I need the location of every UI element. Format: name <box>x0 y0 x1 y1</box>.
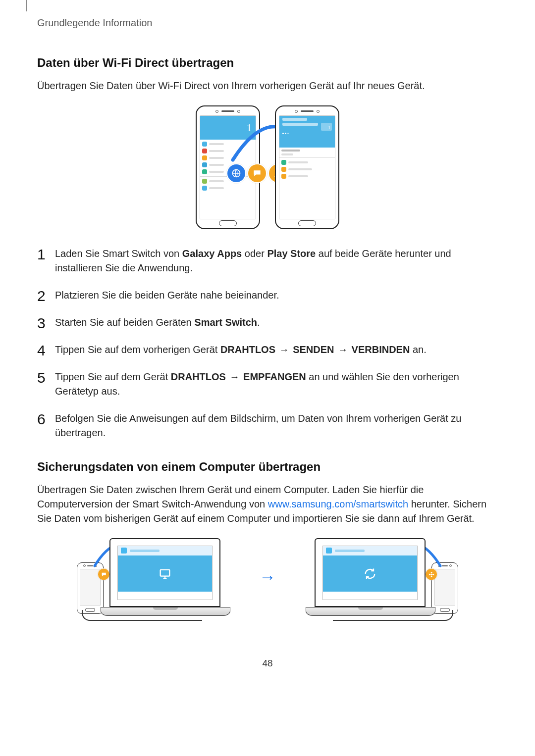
step6-text: Befolgen Sie die Anweisungen auf dem Bil… <box>55 413 461 438</box>
step4-bold3: VERBINDEN <box>352 344 410 355</box>
step3-suffix: . <box>257 317 260 328</box>
step1-mid1: oder <box>242 248 267 259</box>
step3-prefix: Starten Sie auf beiden Geräten <box>55 317 194 328</box>
smartswitch-link[interactable]: www.samsung.com/smartswitch <box>268 499 408 509</box>
section2-lead: Übertragen Sie Daten zwischen Ihrem Gerä… <box>37 483 498 526</box>
monitor-icon <box>158 567 172 581</box>
figure-wifi-direct: 1 <box>37 105 498 229</box>
laptop-right <box>306 538 434 616</box>
section1-title: Daten über Wi-Fi Direct übertragen <box>37 56 498 70</box>
step4-bold2: SENDEN <box>293 344 334 355</box>
section2-title: Sicherungsdaten von einem Computer übert… <box>37 460 498 474</box>
step-3: Starten Sie auf beiden Geräten Smart Swi… <box>37 315 498 330</box>
laptop-group-restore <box>306 538 458 616</box>
step1-bold2: Play Store <box>267 248 316 259</box>
sync-icon <box>363 567 377 581</box>
step4-suffix: an. <box>410 344 426 355</box>
step5-bold2: EMPFANGEN <box>243 371 306 382</box>
step3-bold1: Smart Switch <box>194 317 257 328</box>
step4-arrow2: → <box>335 344 350 355</box>
step4-bold1: DRAHTLOS <box>220 344 275 355</box>
step5-prefix: Tippen Sie auf dem Gerät <box>55 371 171 382</box>
step-2: Platzieren Sie die beiden Geräte nahe be… <box>37 288 498 302</box>
step-1: Laden Sie Smart Switch von Galaxy Apps o… <box>37 247 498 275</box>
step2-text: Platzieren Sie die beiden Geräte nahe be… <box>55 290 279 301</box>
step4-prefix: Tippen Sie auf dem vorherigen Gerät <box>55 344 220 355</box>
step5-bold1: DRAHTLOS <box>171 371 226 382</box>
step-5: Tippen Sie auf dem Gerät DRAHTLOS → EMPF… <box>37 370 498 399</box>
step-6: Befolgen Sie die Anweisungen auf dem Bil… <box>37 411 498 440</box>
step-4: Tippen Sie auf dem vorherigen Gerät DRAH… <box>37 343 498 357</box>
breadcrumb: Grundlegende Information <box>37 17 498 29</box>
steps-list: Laden Sie Smart Switch von Galaxy Apps o… <box>37 247 498 440</box>
step1-bold1: Galaxy Apps <box>182 248 242 259</box>
step1-prefix: Laden Sie Smart Switch von <box>55 248 182 259</box>
svg-rect-15 <box>160 569 170 576</box>
laptop-group-backup <box>77 538 229 616</box>
page-number: 48 <box>37 658 498 669</box>
figure-computer-transfer: → <box>37 538 498 616</box>
step5-arrow: → <box>227 371 242 382</box>
phone-new-device: 1 <box>275 105 339 229</box>
mid-arrow-icon: → <box>259 567 276 587</box>
step4-arrow1: → <box>276 344 292 355</box>
globe-icon <box>226 163 246 183</box>
phone-left-number: 1 <box>247 122 252 134</box>
section1-lead: Übertragen Sie Daten über Wi-Fi Direct v… <box>37 79 498 93</box>
laptop-left <box>101 538 229 616</box>
chat-icon <box>247 163 267 183</box>
phone-right-number: 1 <box>321 123 332 131</box>
